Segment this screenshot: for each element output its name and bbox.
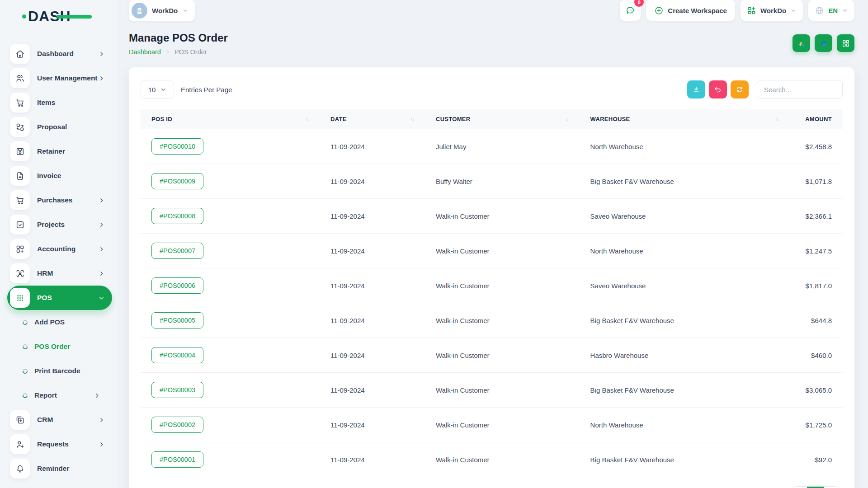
warehouse-cell: North Warehouse [580,129,790,164]
column-header-date[interactable]: DATE↑↓ [320,109,425,129]
messages-button[interactable]: 0 [620,0,641,21]
customer-cell: Juliet May [425,129,580,164]
chevron-right-icon [98,75,105,82]
chevron-right-icon [98,246,105,253]
sidebar-item-pos[interactable]: POS [7,286,112,310]
export-download-button[interactable] [687,80,705,99]
refresh-button[interactable] [731,80,749,99]
onedrive-button[interactable] [815,34,832,52]
pos-id-cell: #POS00001 [141,442,320,477]
amount-cell: $1,247.5 [790,234,843,268]
workspace-selector[interactable]: WorkDo [129,0,195,21]
amount-cell: $1,817.0 [790,268,843,303]
amount-cell: $3,065.0 [790,373,843,408]
sidebar-item-requests[interactable]: Requests [7,432,112,456]
pos-id-link[interactable]: #POS00002 [151,417,203,433]
sidebar-subitem-label: Add POS [34,318,112,326]
date-cell: 11-09-2024 [320,164,425,199]
language-selector[interactable]: EN [808,0,854,21]
sidebar-item-label: Accounting [37,245,98,253]
sidebar-subitem-label: POS Order [34,343,112,351]
sidebar-item-reminder[interactable]: Reminder [7,456,112,481]
page-header: Manage POS Order Dashboard POS Order [129,32,854,56]
building-icon [135,6,144,15]
grid-plus-icon [10,239,30,259]
bullet-icon [22,367,28,374]
column-header-warehouse[interactable]: WAREHOUSE↑↓ [580,109,790,129]
pos-id-link[interactable]: #POS00001 [151,451,203,468]
workdo-apps-menu[interactable]: WorkDo [741,0,803,21]
column-header-amount[interactable]: AMOUNT [790,109,843,129]
google-drive-button[interactable] [793,34,810,52]
search-input[interactable] [757,80,843,99]
column-header-customer[interactable]: CUSTOMER↑↓ [425,109,580,129]
task-check-icon [10,215,30,235]
table-row: #POS0000211-09-2024Walk-in CustomerNorth… [141,408,843,442]
google-drive-icon [797,39,806,48]
sidebar-item-label: Items [37,99,105,107]
entries-per-page-select[interactable]: 10 [141,80,174,99]
customer-cell: Walk-in Customer [425,338,580,373]
save-icon [10,141,30,161]
table-row: #POS0000611-09-2024Walk-in CustomerSaveo… [141,268,843,303]
sidebar-item-crm[interactable]: CRM [7,408,112,432]
table-row: #POS0000811-09-2024Walk-in CustomerSaveo… [141,199,843,234]
bullet-icon [22,319,28,325]
chat-bubble-icon [625,5,635,15]
date-cell: 11-09-2024 [320,303,425,338]
sidebar-subitem-add-pos[interactable]: Add POS [7,310,112,334]
pos-id-link[interactable]: #POS00007 [151,243,203,259]
pos-order-table: POS ID↑↓DATE↑↓CUSTOMER↑↓WAREHOUSE↑↓AMOUN… [141,109,843,477]
pos-id-link[interactable]: #POS00003 [151,382,203,398]
pos-id-link[interactable]: #POS00009 [151,173,203,189]
sidebar-item-proposal[interactable]: Proposal [7,115,112,139]
sidebar-item-user-management[interactable]: User Management [7,66,112,90]
sidebar-subitem-report[interactable]: Report [7,383,112,408]
sidebar-item-retainer[interactable]: Retainer [7,139,112,164]
grid-view-button[interactable] [837,34,854,52]
app-logo[interactable]: DASH [0,0,117,33]
column-header-pos-id[interactable]: POS ID↑↓ [141,109,320,129]
sidebar-subitem-pos-order[interactable]: POS Order [7,334,112,359]
customer-cell: Walk-in Customer [425,442,580,477]
page-title: Manage POS Order [129,32,228,44]
sort-icon: ↑↓ [305,117,309,122]
download-icon [692,85,700,94]
entries-per-page-label: Entries Per Page [181,86,232,94]
bell-icon [10,459,30,479]
users-icon [10,68,30,88]
customer-cell: Walk-in Customer [425,268,580,303]
transfer-squares-icon [10,117,30,137]
sidebar-item-label: Purchases [37,196,98,204]
sidebar-item-invoice[interactable]: Invoice [7,164,112,188]
chevron-right-icon [98,221,105,228]
sidebar-item-accounting[interactable]: Accounting [7,237,112,261]
pos-id-link[interactable]: #POS00006 [151,277,203,294]
warehouse-cell: North Warehouse [580,408,790,442]
warehouse-cell: Big Basket F&V Warehouse [580,442,790,477]
onedrive-icon [819,39,828,48]
table-row: #POS0001011-09-2024Juliet MayNorth Wareh… [141,129,843,164]
reset-button[interactable] [709,80,727,99]
sort-icon: ↑↓ [565,117,569,122]
sidebar-item-dashboard[interactable]: Dashboard [7,42,112,66]
logo-dash-accent [57,15,92,19]
create-workspace-button[interactable]: Create Workspace [646,0,735,21]
sidebar-subitem-print-barcode[interactable]: Print Barcode [7,359,112,383]
pos-id-link[interactable]: #POS00008 [151,208,203,224]
pos-id-link[interactable]: #POS00010 [151,138,203,155]
table-row: #POS0000911-09-2024Buffy WalterBig Baske… [141,164,843,199]
sidebar-item-items[interactable]: Items [7,90,112,115]
sidebar-item-purchases[interactable]: Purchases [7,188,112,212]
pos-id-link[interactable]: #POS00004 [151,347,203,363]
amount-cell: $1,071.8 [790,164,843,199]
pos-id-link[interactable]: #POS00005 [151,312,203,328]
table-row: #POS0000311-09-2024Walk-in CustomerBig B… [141,373,843,408]
sidebar-item-projects[interactable]: Projects [7,212,112,237]
chevron-down-icon [182,7,189,14]
breadcrumb-dashboard-link[interactable]: Dashboard [129,48,161,56]
sidebar-item-label: Invoice [37,172,105,180]
messages-count-badge: 0 [634,0,644,7]
main-area: WorkDo 0 Create Workspace WorkDo EN [117,0,868,488]
sidebar-item-hrm[interactable]: HRM [7,261,112,286]
